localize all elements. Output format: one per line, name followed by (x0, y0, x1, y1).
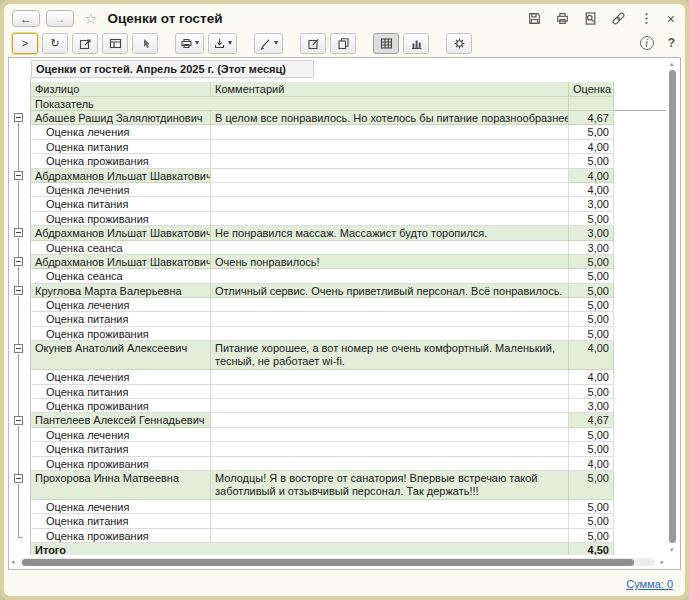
vertical-scrollbar-thumb[interactable] (669, 70, 676, 543)
comment-cell[interactable] (211, 529, 569, 543)
comment-cell[interactable]: Очень понравилось! (211, 255, 569, 269)
comment-cell[interactable]: Отличный сервис. Очень приветливый персо… (211, 284, 569, 298)
score-cell[interactable]: 5,00 (569, 327, 614, 341)
score-cell[interactable]: 5,00 (569, 385, 614, 399)
comment-cell[interactable] (211, 442, 569, 456)
score-cell[interactable]: 3,00 (569, 241, 614, 255)
score-cell[interactable]: 4,00 (569, 169, 614, 183)
collapse-button[interactable] (14, 113, 23, 122)
score-cell[interactable]: 5,00 (569, 255, 614, 269)
collapse-button[interactable] (14, 474, 23, 483)
comment-cell[interactable] (211, 212, 569, 226)
person-cell[interactable]: Абдрахманов Ильшат Шавкатович (31, 255, 211, 269)
comment-cell[interactable] (211, 399, 569, 413)
score-cell[interactable]: 4,00 (569, 370, 614, 384)
comment-cell[interactable] (211, 298, 569, 312)
score-cell[interactable]: 5,00 (569, 500, 614, 514)
comment-cell[interactable] (211, 413, 569, 427)
sum-link[interactable]: Сумма: 0 (626, 578, 673, 590)
variant-button[interactable] (72, 33, 98, 54)
forward-button[interactable]: → (46, 10, 74, 27)
scroll-left-icon[interactable]: ◂ (11, 557, 15, 567)
comment-cell[interactable]: Молодцы! Я в восторге от санатория! Впер… (211, 471, 569, 500)
indicator-score-cell[interactable] (569, 97, 614, 111)
column-header-person[interactable]: Физлицо (31, 82, 211, 97)
score-cell[interactable]: 5,00 (569, 125, 614, 139)
score-cell[interactable]: 5,00 (569, 529, 614, 543)
total-label-cell[interactable]: Итого (31, 543, 569, 555)
comment-cell[interactable] (211, 370, 569, 384)
comment-cell[interactable] (211, 140, 569, 154)
info-icon[interactable]: i (640, 36, 654, 50)
score-cell[interactable]: 4,67 (569, 111, 614, 125)
chart-view-button[interactable] (403, 33, 429, 54)
comment-cell[interactable] (211, 241, 569, 255)
report-title-cell[interactable]: Оценки от гостей. Апрель 2025 г. (Этот м… (31, 60, 314, 78)
person-cell[interactable]: Оценка лечения (31, 183, 211, 197)
comment-cell[interactable] (211, 312, 569, 326)
comment-cell[interactable] (211, 514, 569, 528)
generate-button[interactable]: > (12, 33, 38, 54)
person-cell[interactable]: Пантелеев Алексей Геннадьевич (31, 413, 211, 427)
horizontal-scrollbar[interactable]: ◂ ▸ (11, 557, 664, 567)
comment-cell[interactable] (211, 154, 569, 168)
person-cell[interactable]: Оценка проживания (31, 212, 211, 226)
edit-button[interactable] (300, 33, 326, 54)
comment-cell[interactable] (211, 500, 569, 514)
copy-button[interactable] (330, 33, 356, 54)
vertical-scrollbar[interactable]: ▴ ▾ (668, 60, 678, 553)
select-button[interactable] (132, 33, 158, 54)
score-cell[interactable]: 3,00 (569, 197, 614, 211)
comment-cell[interactable]: Не понравился массаж. Массажист будто то… (211, 226, 569, 240)
score-cell[interactable]: 5,00 (569, 284, 614, 298)
comment-cell[interactable]: Питание хорошее, а вот номер не очень ко… (211, 341, 569, 370)
column-header-comment[interactable]: Комментарий (211, 82, 569, 97)
comment-cell[interactable] (211, 183, 569, 197)
score-cell[interactable]: 4,50 (569, 543, 614, 555)
comment-cell[interactable] (211, 385, 569, 399)
draw-button[interactable]: ▾ (254, 33, 283, 54)
person-cell[interactable]: Круглова Марта Валерьевна (31, 284, 211, 298)
back-button[interactable]: ← (12, 10, 40, 27)
save-icon[interactable] (527, 11, 542, 26)
person-cell[interactable]: Оценка лечения (31, 500, 211, 514)
person-cell[interactable]: Оценка сеанса (31, 241, 211, 255)
favorite-star-icon[interactable]: ☆ (84, 10, 97, 28)
link-icon[interactable] (611, 11, 626, 26)
person-cell[interactable]: Оценка проживания (31, 154, 211, 168)
person-cell[interactable]: Оценка лечения (31, 428, 211, 442)
comment-cell[interactable] (211, 169, 569, 183)
comment-cell[interactable]: В целом все понравилось. Но хотелось бы … (211, 111, 569, 125)
person-cell[interactable]: Оценка лечения (31, 370, 211, 384)
person-cell[interactable]: Оценка питания (31, 514, 211, 528)
score-cell[interactable]: 5,00 (569, 212, 614, 226)
settings-button[interactable] (446, 33, 472, 54)
column-header-score[interactable]: Оценка (569, 82, 614, 97)
score-cell[interactable]: 5,00 (569, 442, 614, 456)
score-cell[interactable]: 4,67 (569, 413, 614, 427)
horizontal-scrollbar-thumb[interactable] (22, 559, 634, 566)
scroll-down-icon[interactable]: ▾ (670, 546, 674, 553)
person-cell[interactable]: Оценка проживания (31, 399, 211, 413)
score-cell[interactable]: 3,00 (569, 226, 614, 240)
score-cell[interactable]: 5,00 (569, 312, 614, 326)
print-icon[interactable] (555, 11, 570, 26)
form-settings-button[interactable] (102, 33, 128, 54)
score-cell[interactable]: 4,00 (569, 341, 614, 370)
collapse-button[interactable] (14, 286, 23, 295)
person-cell[interactable]: Оценка питания (31, 312, 211, 326)
person-cell[interactable]: Оценка питания (31, 385, 211, 399)
person-cell[interactable]: Абдрахманов Ильшат Шавкатович (31, 169, 211, 183)
collapse-button[interactable] (14, 257, 23, 266)
person-cell[interactable]: Абашев Рашид Залялютдинович (31, 111, 211, 125)
person-cell[interactable]: Оценка питания (31, 140, 211, 154)
person-cell[interactable]: Оценка проживания (31, 529, 211, 543)
preview-icon[interactable] (583, 11, 598, 26)
comment-cell[interactable] (211, 428, 569, 442)
score-cell[interactable]: 5,00 (569, 428, 614, 442)
score-cell[interactable]: 4,00 (569, 457, 614, 471)
person-cell[interactable]: Оценка проживания (31, 327, 211, 341)
person-cell[interactable]: Абдрахманов Ильшат Шавкатович (31, 226, 211, 240)
score-cell[interactable]: 3,00 (569, 399, 614, 413)
print-button[interactable]: ▾ (175, 33, 204, 54)
